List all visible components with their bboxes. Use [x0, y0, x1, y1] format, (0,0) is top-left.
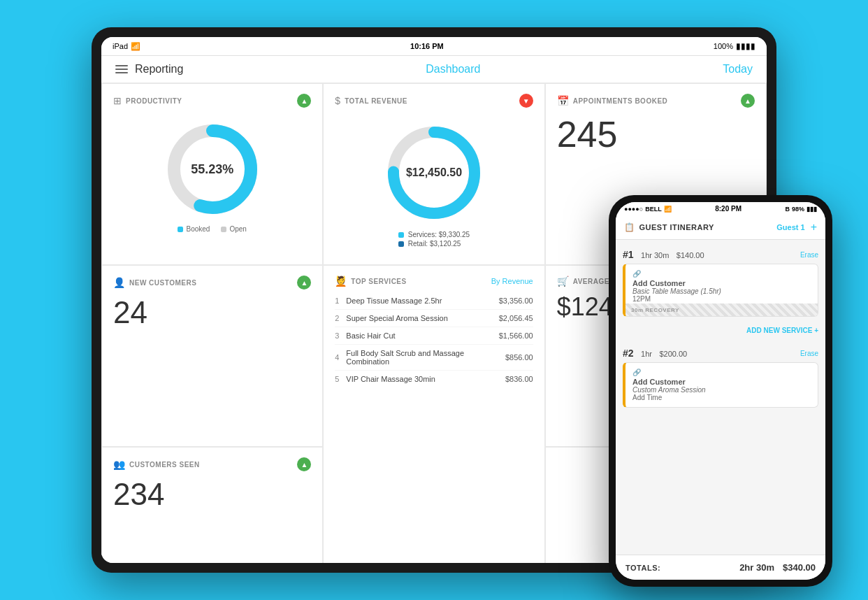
iphone-battery-icon: ▮▮▮ — [806, 206, 817, 213]
revenue-donut-container: $12,450.50 Services: $9,330.25 Retail: $… — [335, 113, 533, 255]
iphone-nav: 📋 GUEST ITINERARY Guest 1 + — [616, 215, 825, 240]
productivity-icon: ⊞ — [113, 95, 122, 106]
revenue-legend: Services: $9,330.25 Retail: $3,120.25 — [398, 231, 470, 248]
itinerary-title: GUEST ITINERARY — [639, 223, 714, 231]
retail-label: Retail: $3,120.25 — [408, 240, 461, 248]
iphone-screen: ●●●●○ BELL 📶 8:20 PM B 98% ▮▮▮ 📋 GUEST I… — [616, 202, 825, 580]
add-customer-2[interactable]: Add Customer — [632, 378, 811, 386]
appointments-value: 245 — [557, 113, 755, 155]
top-services-icon: 💆 — [335, 276, 347, 287]
iphone-battery: 98% — [792, 206, 804, 213]
itinerary-icon: 📋 — [624, 222, 635, 232]
totals-label: TOTALS: — [625, 564, 660, 572]
revenue-icon: $ — [335, 95, 340, 106]
iphone-content: #1 1hr 30m $140.00 Erase 🔗 Add Customer … — [616, 240, 825, 555]
productivity-card: ⊞ PRODUCTIVITY ▲ 55.23% — [101, 83, 323, 265]
recovery-bar-1: 30m RECOVERY — [625, 303, 818, 316]
revenue-value: $12,450.50 — [406, 166, 462, 179]
service-card-2: 🔗 Add Customer Custom Aroma Session Add … — [623, 362, 818, 408]
slot-1-duration: 1hr 30m — [641, 251, 669, 259]
totals-duration: 2hr 30m — [739, 562, 774, 573]
service-row-3: 3 Basic Hair Cut $1,566.00 — [335, 327, 533, 345]
productivity-value: 55.23% — [191, 162, 233, 177]
customers-seen-card: 👥 CUSTOMERS SEEN ▲ 234 — [101, 447, 323, 563]
ipad-device-name: iPad — [113, 42, 128, 50]
new-customers-title: NEW CUSTOMERS — [129, 279, 196, 287]
productivity-trend-badge: ▲ — [297, 94, 311, 108]
add-customer-1[interactable]: Add Customer — [632, 279, 811, 287]
customers-seen-title: CUSTOMERS SEEN — [129, 461, 200, 469]
ipad-device: iPad 📶 10:16 PM 100% ▮▮▮▮ Reporting Dash… — [92, 27, 776, 573]
service-row-5: 5 VIP Chair Massage 30min $836.00 — [335, 371, 533, 387]
iphone-device: ●●●●○ BELL 📶 8:20 PM B 98% ▮▮▮ 📋 GUEST I… — [609, 195, 832, 587]
revenue-trend-badge: ▼ — [519, 94, 533, 108]
slot-1-price: $140.00 — [677, 251, 704, 259]
battery-icon: ▮▮▮▮ — [736, 41, 755, 51]
itinerary-slot-2: #2 1hr $200.00 Erase 🔗 Add Customer Cust… — [623, 344, 818, 408]
battery-percent: 100% — [714, 42, 733, 50]
customers-seen-header: 👥 CUSTOMERS SEEN ▲ — [113, 457, 311, 471]
service-time-2[interactable]: Add Time — [632, 394, 811, 401]
productivity-title: PRODUCTIVITY — [126, 97, 182, 105]
productivity-donut-container: 55.23% Booked Open — [113, 113, 311, 240]
productivity-donut: 55.23% — [164, 120, 261, 218]
customers-seen-value: 234 — [113, 477, 311, 512]
nav-left: Reporting — [115, 63, 183, 76]
top-services-card: 💆 TOP SERVICES By Revenue 1 Deep Tissue … — [323, 265, 544, 563]
top-services-list: 1 Deep Tissue Massage 2.5hr $3,356.00 2 … — [335, 292, 533, 387]
service-row-2: 2 Super Special Aroma Session $2,056.45 — [335, 310, 533, 327]
ipad-time: 10:16 PM — [410, 42, 444, 50]
new-customers-icon: 👤 — [113, 277, 125, 288]
appointments-header: 📅 APPOINTMENTS BOOKED ▲ — [557, 94, 755, 108]
iphone-time: 8:20 PM — [715, 205, 742, 213]
appointments-title: APPOINTMENTS BOOKED — [573, 97, 668, 105]
legend-open: Open — [229, 225, 246, 233]
service-name-1: Basic Table Massage (1.5hr) — [632, 287, 811, 295]
slot-1-num: #1 — [623, 249, 634, 260]
slot-1-erase[interactable]: Erase — [800, 251, 818, 259]
link-icon-1: 🔗 — [632, 270, 811, 278]
service-name-2: Custom Aroma Session — [632, 386, 811, 394]
by-revenue-filter[interactable]: By Revenue — [491, 277, 533, 285]
new-customers-header: 👤 NEW CUSTOMERS ▲ — [113, 276, 311, 290]
revenue-card: $ TOTAL REVENUE ▼ $12,450.50 — [323, 83, 544, 265]
revenue-title: TOTAL REVENUE — [345, 97, 407, 105]
top-services-title: TOP SERVICES — [351, 278, 406, 285]
avg-order-icon: 🛒 — [557, 276, 569, 287]
wifi-icon: 📶 — [131, 42, 140, 51]
nav-center-label[interactable]: Dashboard — [426, 63, 480, 76]
iphone-status-bar: ●●●●○ BELL 📶 8:20 PM B 98% ▮▮▮ — [616, 202, 825, 215]
revenue-header: $ TOTAL REVENUE ▼ — [335, 94, 533, 108]
slot-2-num: #2 — [623, 348, 634, 359]
top-services-header: 💆 TOP SERVICES By Revenue — [335, 276, 533, 287]
add-guest-button[interactable]: + — [811, 221, 817, 234]
customers-seen-trend-badge: ▲ — [297, 457, 311, 471]
appointments-icon: 📅 — [557, 95, 569, 106]
new-customers-value: 24 — [113, 295, 311, 330]
status-left: iPad 📶 — [113, 42, 140, 51]
slot-2-price: $200.00 — [659, 350, 687, 358]
service-row-4: 4 Full Body Salt Scrub and Massage Combi… — [335, 345, 533, 371]
slot-2-erase[interactable]: Erase — [800, 350, 818, 357]
service-time-1: 12PM — [632, 295, 811, 303]
appointments-trend-badge: ▲ — [741, 94, 755, 108]
new-customers-card: 👤 NEW CUSTOMERS ▲ 24 — [101, 265, 323, 447]
nav-right-label[interactable]: Today — [723, 63, 753, 76]
service-card-1: 🔗 Add Customer Basic Table Massage (1.5h… — [623, 264, 818, 317]
nav-menu-label: Reporting — [135, 63, 183, 76]
guest-button[interactable]: Guest 1 — [776, 223, 804, 231]
productivity-legend: Booked Open — [178, 225, 246, 233]
iphone-footer: TOTALS: 2hr 30m $340.00 — [616, 555, 825, 580]
add-new-service-button[interactable]: ADD NEW SERVICE + — [623, 322, 818, 338]
productivity-header: ⊞ PRODUCTIVITY ▲ — [113, 94, 311, 108]
revenue-donut: $12,450.50 — [382, 120, 486, 225]
hamburger-icon[interactable] — [115, 65, 128, 73]
bluetooth-icon: B — [785, 206, 790, 213]
ipad-status-bar: iPad 📶 10:16 PM 100% ▮▮▮▮ — [101, 37, 767, 56]
legend-booked: Booked — [186, 225, 210, 233]
itinerary-slot-1: #1 1hr 30m $140.00 Erase 🔗 Add Customer … — [623, 245, 818, 317]
ipad-nav: Reporting Dashboard Today — [101, 56, 767, 83]
totals-values: 2hr 30m $340.00 — [739, 562, 816, 573]
totals-price: $340.00 — [783, 562, 816, 573]
new-customers-trend-badge: ▲ — [297, 276, 311, 290]
